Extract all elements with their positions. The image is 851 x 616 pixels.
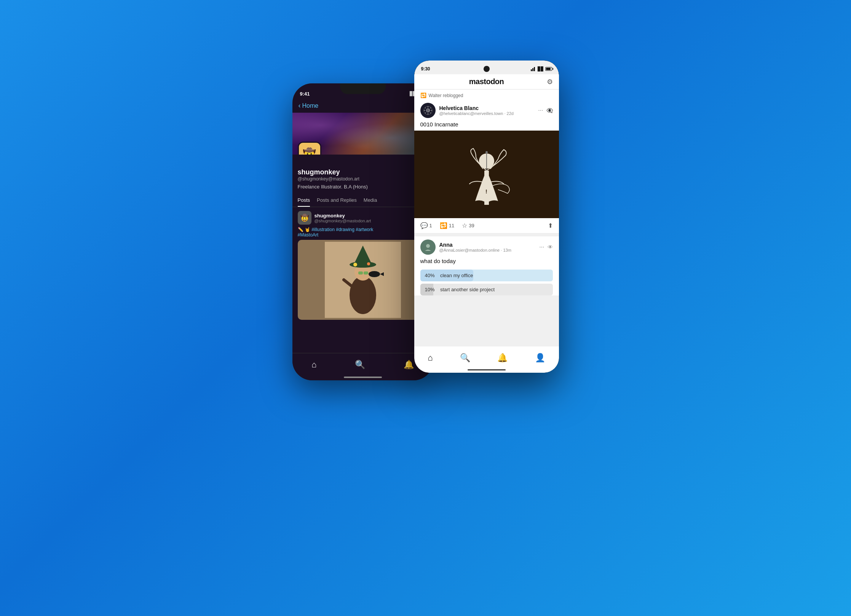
eye-slash-icon[interactable]: 👁‍🗨: [546, 107, 553, 113]
post2-text: what do today: [414, 258, 559, 267]
phones-container: 9:41 ▊▊▊ 🔋 ‹ Home 🤠 1.1K: [292, 61, 559, 555]
comment-action[interactable]: 💬 1: [420, 222, 432, 229]
nav-home-right[interactable]: ⌂: [428, 353, 433, 363]
left-phone-screen: 9:41 ▊▊▊ 🔋 ‹ Home 🤠 1.1K: [292, 83, 433, 380]
post-tags: ✏️ 🤘 #illustration #drawing #artwork #Ma…: [298, 227, 428, 238]
poll-option-2[interactable]: 10% start another side project: [420, 284, 553, 295]
nav-bell-right[interactable]: 🔔: [497, 353, 508, 363]
svg-point-6: [367, 262, 370, 265]
status-icons-right: ▊▊: [531, 67, 552, 72]
reblog-text: Walter reblogged: [429, 93, 463, 98]
profile-banner: 🤠 1.1K posts — fo...: [292, 113, 433, 155]
tab-posts[interactable]: Posts: [298, 197, 310, 207]
post1-handle-time: @helveticablanc@merveilles.town · 22d: [439, 111, 514, 116]
app-title: mastodon: [469, 77, 504, 86]
post1-user-details: Helvetica Blanc @helveticablanc@merveill…: [439, 105, 514, 116]
svg-point-30: [426, 244, 430, 248]
profile-bio: Freelance Illustrator. B.A (Hons): [298, 184, 428, 190]
post1-user-info: Helvetica Blanc @helveticablanc@merveill…: [420, 103, 514, 118]
nav-home-left[interactable]: ⌂: [311, 360, 316, 370]
svg-rect-10: [358, 271, 363, 274]
star-icon: ☆: [462, 222, 467, 229]
tab-media[interactable]: Media: [364, 197, 377, 207]
home-indicator-left: [344, 377, 382, 378]
post1-header: Helvetica Blanc @helveticablanc@merveill…: [414, 100, 559, 121]
post-handle-left: @shugmonkey@mastodon.art: [315, 219, 371, 223]
post1-text: 0010 Incarnate: [414, 121, 559, 131]
post-header-left: 🤠 shugmonkey @shugmonkey@mastodon.art: [298, 211, 428, 225]
svg-point-27: [485, 151, 488, 153]
camera-cutout: [484, 66, 490, 72]
back-header[interactable]: ‹ Home: [292, 100, 433, 113]
share-action[interactable]: ⬆: [548, 222, 553, 229]
anna-avatar-icon: [423, 243, 433, 252]
profile-handle: @shugmonkey@mastodon.art: [298, 176, 428, 182]
post1-avatar: [420, 103, 436, 118]
nav-search-right[interactable]: 🔍: [460, 353, 470, 363]
post1-image: !: [414, 131, 559, 218]
boost-icon: 🔁: [440, 222, 447, 229]
home-indicator-right: [468, 369, 506, 370]
profile-tabs: Posts Posts and Replies Media: [292, 197, 433, 207]
post1-options: ··· 👁‍🗨: [538, 107, 552, 114]
nav-profile-right[interactable]: 👤: [535, 353, 545, 363]
post-username-left: shugmonkey: [315, 213, 371, 219]
post2-username: Anna: [439, 242, 511, 248]
posts-stat: 1.1K posts: [404, 154, 414, 155]
illustration-art-left: [325, 242, 401, 318]
time-left: 9:41: [300, 91, 310, 97]
reblog-notice: 🔁 Walter reblogged: [414, 89, 559, 100]
profile-info: shugmonkey @shugmonkey@mastodon.art Free…: [292, 155, 433, 197]
tab-posts-replies[interactable]: Posts and Replies: [317, 197, 357, 207]
artwork-container: !: [414, 131, 559, 218]
posts-count: 1.1K: [404, 154, 414, 155]
nav-bell-left[interactable]: 🔔: [404, 360, 414, 370]
share-icon: ⬆: [548, 222, 553, 229]
post-card-2: Anna @AnnaLosier@mastodon.online · 13m ·…: [414, 236, 559, 295]
post1-username: Helvetica Blanc: [439, 105, 514, 111]
comment-icon: 💬: [420, 222, 428, 229]
post-user-left: shugmonkey @shugmonkey@mastodon.art: [315, 213, 371, 223]
poll-option1-text: 40% clean my office: [425, 273, 473, 278]
post2-user-details: Anna @AnnaLosier@mastodon.online · 13m: [439, 242, 511, 252]
post-image-left: [298, 240, 428, 320]
post2-avatar: [420, 239, 436, 255]
more-options-icon[interactable]: ···: [538, 107, 543, 114]
right-phone: 9:30 ▊▊ mastodon ⚙: [414, 61, 559, 373]
post-avatar-left: 🤠: [298, 211, 311, 225]
battery-right: [545, 67, 552, 71]
svg-point-7: [369, 271, 380, 277]
mastodon-header: mastodon ⚙: [414, 74, 559, 89]
action-bar-post1: 💬 1 🔁 11 ☆ 39 ⬆: [414, 218, 559, 233]
back-label[interactable]: Home: [302, 102, 319, 109]
star-count: 39: [469, 223, 474, 228]
back-chevron-icon[interactable]: ‹: [299, 102, 301, 110]
incarnate-artwork: !: [449, 132, 525, 216]
notch: [340, 83, 386, 94]
poll-option-1[interactable]: 40% clean my office: [420, 270, 553, 281]
right-phone-screen: 9:30 ▊▊ mastodon ⚙: [414, 61, 559, 373]
svg-rect-11: [364, 271, 368, 274]
wifi-icon: [531, 67, 535, 71]
post-card-1: Helvetica Blanc @helveticablanc@merveill…: [414, 100, 559, 233]
eye-icon2[interactable]: 👁: [548, 244, 553, 250]
boost-action[interactable]: 🔁 11: [440, 222, 454, 229]
helvetica-avatar-icon: [423, 106, 433, 115]
bottom-nav-right: ⌂ 🔍 🔔 👤: [414, 346, 559, 373]
post2-options: ··· 👁: [539, 244, 552, 251]
settings-icon[interactable]: ⚙: [547, 78, 553, 86]
signal-bars-right: ▊▊: [538, 67, 544, 72]
time-right: 9:30: [421, 66, 430, 72]
comment-count: 1: [429, 223, 432, 228]
post-item-left: 🤠 shugmonkey @shugmonkey@mastodon.art ✏️…: [292, 207, 433, 324]
profile-avatar-left: 🤠: [298, 142, 321, 155]
star-action[interactable]: ☆ 39: [462, 222, 474, 229]
svg-point-1: [350, 276, 376, 314]
nav-search-left[interactable]: 🔍: [355, 360, 365, 370]
poll-option2-text: 10% start another side project: [425, 287, 495, 292]
svg-text:!: !: [485, 188, 487, 195]
post2-header: Anna @AnnaLosier@mastodon.online · 13m ·…: [414, 236, 559, 258]
svg-point-14: [427, 110, 428, 111]
more-options-icon2[interactable]: ···: [539, 244, 544, 251]
profile-name: shugmonkey: [298, 168, 428, 176]
